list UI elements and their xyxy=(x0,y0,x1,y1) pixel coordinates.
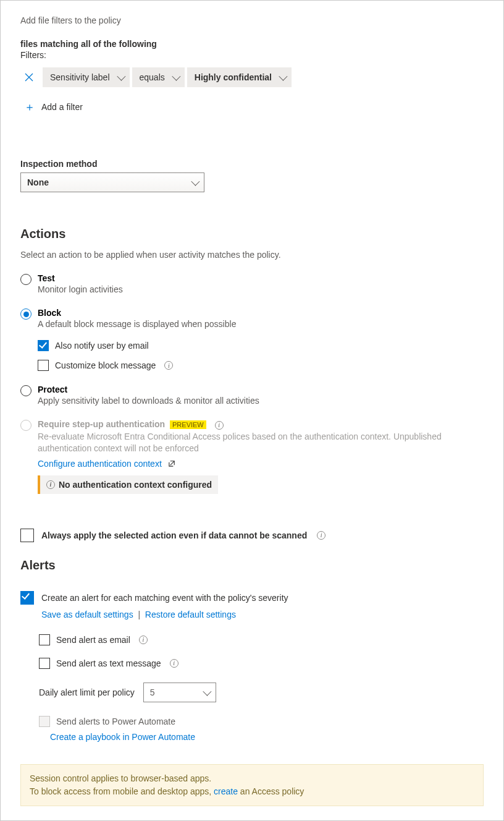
info-icon[interactable]: i xyxy=(317,531,326,540)
send-email-label: Send alert as email xyxy=(56,635,130,645)
separator: | xyxy=(136,610,145,619)
checkbox-notify-email[interactable] xyxy=(38,340,49,351)
filter-operator-label: equals xyxy=(140,72,165,82)
filter-matching-label: files matching all of the following xyxy=(20,39,157,49)
chevron-down-icon xyxy=(279,72,287,81)
filter-intro: Add file filters to the policy xyxy=(20,15,484,25)
always-apply-label: Always apply the selected action even if… xyxy=(41,530,307,540)
radio-block[interactable] xyxy=(20,308,32,320)
info-icon: i xyxy=(46,480,55,489)
test-sub: Monitor login activities xyxy=(38,284,123,294)
checkbox-always-apply[interactable] xyxy=(20,529,34,542)
protect-label: Protect xyxy=(38,385,259,394)
test-label: Test xyxy=(38,273,123,283)
chevron-down-icon xyxy=(203,687,211,696)
filter-value-label: Highly confidential xyxy=(195,72,272,82)
actions-description: Select an action to be applied when user… xyxy=(20,250,484,260)
add-filter-button[interactable]: ＋ Add a filter xyxy=(20,100,484,114)
filter-row: Sensitivity label equals Highly confiden… xyxy=(20,67,484,87)
power-automate-label: Send alerts to Power Automate xyxy=(56,717,175,726)
inspection-method-label: Inspection method xyxy=(20,159,484,169)
plus-icon: ＋ xyxy=(24,100,33,114)
filter-attribute-dropdown[interactable]: Sensitivity label xyxy=(43,67,130,87)
stepup-sub: Re-evaluate Microsoft Entra Conditional … xyxy=(38,431,458,455)
chevron-down-icon xyxy=(191,177,200,186)
filters-label: Filters: xyxy=(20,50,484,60)
filter-operator-dropdown[interactable]: equals xyxy=(132,67,185,87)
notify-email-label: Also notify user by email xyxy=(55,341,149,351)
footer-line2a: To block access from mobile and desktop … xyxy=(30,786,214,796)
block-sub: A default block message is displayed whe… xyxy=(38,319,236,329)
customize-message-label: Customize block message xyxy=(55,360,156,370)
footer-line2b: an Access policy xyxy=(238,786,304,796)
filter-value-dropdown[interactable]: Highly confidential xyxy=(187,67,292,87)
block-label: Block xyxy=(38,308,236,318)
checkbox-create-alert[interactable] xyxy=(20,591,34,605)
chevron-down-icon xyxy=(172,72,180,81)
inspection-method-dropdown[interactable]: None xyxy=(20,172,204,192)
add-filter-label: Add a filter xyxy=(41,102,83,112)
remove-filter-icon[interactable] xyxy=(20,69,38,86)
footer-create-link[interactable]: create xyxy=(214,786,238,796)
checkbox-send-email[interactable] xyxy=(39,634,50,645)
save-default-settings-link[interactable]: Save as default settings xyxy=(41,610,133,619)
chevron-down-icon xyxy=(117,72,125,81)
configure-auth-context-link[interactable]: Configure authentication context xyxy=(38,459,162,469)
send-text-label: Send alert as text message xyxy=(56,658,161,668)
checkbox-power-automate xyxy=(39,716,50,727)
alerts-heading: Alerts xyxy=(20,558,484,572)
external-link-icon xyxy=(168,459,176,469)
daily-limit-label: Daily alert limit per policy xyxy=(39,687,135,697)
radio-test[interactable] xyxy=(20,274,32,285)
footer-line1: Session control applies to browser-based… xyxy=(30,772,474,785)
daily-limit-dropdown[interactable]: 5 xyxy=(143,683,216,702)
create-alert-label: Create an alert for each matching event … xyxy=(41,593,288,603)
info-icon[interactable]: i xyxy=(139,636,148,644)
restore-default-settings-link[interactable]: Restore default settings xyxy=(145,610,236,619)
filter-attribute-label: Sensitivity label xyxy=(50,72,110,82)
inspection-method-value: None xyxy=(27,177,49,187)
radio-stepup xyxy=(20,420,32,431)
stepup-label: Require step-up authentication xyxy=(38,419,165,429)
info-icon[interactable]: i xyxy=(215,421,224,430)
radio-protect[interactable] xyxy=(20,385,32,396)
checkbox-customize-message[interactable] xyxy=(38,360,49,371)
footer-note: Session control applies to browser-based… xyxy=(20,764,484,806)
no-auth-context-warning: i No authentication context configured xyxy=(38,475,218,494)
checkbox-send-text[interactable] xyxy=(39,658,50,669)
info-icon[interactable]: i xyxy=(170,659,178,668)
info-icon[interactable]: i xyxy=(164,361,173,370)
actions-heading: Actions xyxy=(20,227,484,241)
protect-sub: Apply sensitivity label to downloads & m… xyxy=(38,396,259,406)
daily-limit-value: 5 xyxy=(150,687,155,697)
preview-badge: PREVIEW xyxy=(170,420,206,429)
create-playbook-link[interactable]: Create a playbook in Power Automate xyxy=(50,732,195,742)
warning-text: No authentication context configured xyxy=(59,480,212,490)
